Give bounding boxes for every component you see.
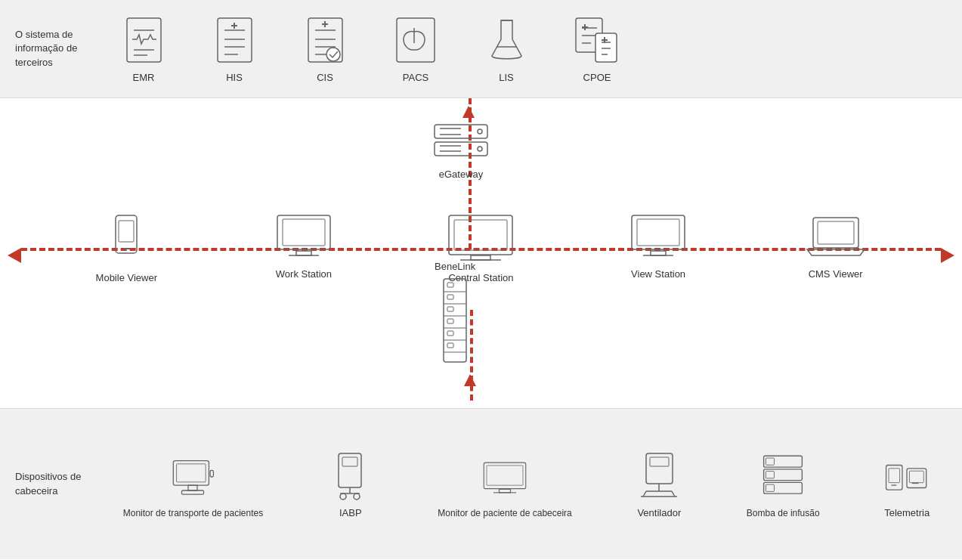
svg-rect-96 [764, 482, 803, 493]
svg-rect-98 [766, 471, 775, 478]
svg-rect-67 [447, 295, 453, 299]
svg-rect-101 [889, 468, 900, 482]
svg-rect-28 [595, 33, 617, 62]
svg-rect-34 [435, 125, 487, 138]
svg-rect-47 [296, 251, 311, 255]
svg-rect-54 [637, 219, 679, 246]
svg-rect-44 [119, 221, 134, 242]
pacs-icon-item: PACS [393, 14, 438, 83]
egateway-icon [431, 121, 491, 166]
view-station-icon [628, 212, 688, 264]
iabp-label: IABP [339, 507, 362, 518]
lis-icon [484, 14, 529, 67]
bedside-monitor-item: Monitor de paciente de cabeceira [438, 450, 571, 518]
cis-icon-item: CIS [302, 14, 348, 83]
egateway-node: eGateway [431, 121, 491, 180]
svg-rect-76 [211, 470, 214, 477]
svg-rect-53 [632, 215, 685, 249]
svg-rect-97 [766, 458, 775, 465]
svg-rect-75 [182, 490, 204, 494]
svg-rect-69 [447, 319, 453, 323]
v-arrow-bottom [464, 374, 476, 386]
infusion-pump-label: Bomba de infusão [747, 508, 820, 518]
svg-line-92 [672, 491, 675, 497]
work-station-icon [274, 212, 334, 264]
svg-rect-55 [651, 251, 666, 255]
benelink-icon [436, 275, 474, 369]
mobile-viewer-icon [110, 212, 144, 268]
svg-rect-94 [764, 456, 803, 467]
svg-rect-49 [449, 215, 512, 255]
svg-rect-104 [910, 471, 924, 482]
svg-rect-88 [650, 457, 669, 466]
svg-point-39 [478, 147, 482, 151]
svg-point-82 [354, 493, 360, 500]
emr-icon [121, 14, 166, 67]
svg-rect-51 [471, 255, 490, 260]
svg-rect-66 [447, 283, 453, 287]
cms-viewer-node: CMS Viewer [790, 212, 881, 280]
bottom-section: Dispositivos de cabeceira Monitor de tra… [0, 408, 962, 559]
bottom-icons: Monitor de transporte de pacientes IABP [106, 450, 947, 518]
cms-viewer-label: CMS Viewer [809, 268, 863, 280]
emr-label: EMR [133, 72, 155, 83]
svg-rect-70 [447, 331, 453, 336]
pacs-icon [393, 14, 438, 67]
svg-rect-68 [447, 307, 453, 311]
bedside-monitor-label: Monitor de paciente de cabeceira [438, 508, 571, 518]
svg-rect-84 [487, 466, 523, 485]
view-station-label: View Station [631, 268, 685, 280]
svg-rect-99 [766, 484, 775, 491]
svg-point-18 [326, 48, 340, 61]
svg-rect-71 [447, 343, 453, 348]
infusion-pump-icon [760, 450, 806, 503]
svg-rect-50 [454, 220, 507, 250]
lis-label: LIS [499, 72, 514, 83]
benelink-label: BeneLink [435, 261, 475, 272]
ventilator-label: Ventilador [637, 507, 681, 518]
infusion-pump-item: Bomba de infusão [747, 450, 820, 518]
svg-rect-19 [397, 18, 435, 62]
svg-rect-83 [484, 463, 526, 489]
pacs-label: PACS [403, 72, 428, 83]
svg-rect-78 [342, 457, 357, 466]
v-line-bottom [470, 310, 473, 401]
ventilator-icon [636, 450, 682, 503]
transport-monitor-item: Monitor de transporte de pacientes [123, 450, 263, 518]
middle-nodes: Mobile Viewer Work Station [0, 212, 962, 283]
cis-label: CIS [317, 72, 333, 83]
bedside-monitor-icon [482, 450, 527, 503]
svg-rect-57 [813, 218, 858, 248]
telemetry-icon [884, 450, 930, 503]
transport-monitor-icon [170, 450, 215, 503]
mobile-viewer-node: Mobile Viewer [81, 212, 172, 283]
svg-rect-45 [277, 215, 330, 249]
cms-viewer-icon [806, 212, 866, 264]
svg-rect-38 [435, 142, 487, 156]
middle-section: eGateway Mobile Viewer [0, 98, 962, 408]
svg-rect-85 [500, 489, 511, 493]
svg-rect-95 [764, 469, 803, 480]
top-section: O sistema de informação de terceiros EMR [0, 0, 962, 98]
mobile-viewer-label: Mobile Viewer [96, 272, 157, 283]
svg-rect-58 [818, 221, 854, 244]
svg-line-91 [643, 491, 646, 497]
view-station-node: View Station [613, 212, 704, 280]
his-icon [212, 14, 257, 67]
svg-rect-72 [174, 460, 209, 485]
work-station-node: Work Station [258, 212, 349, 280]
ventilator-item: Ventilador [636, 450, 682, 518]
lis-icon-item: LIS [484, 14, 529, 83]
third-party-label: O sistema de informação de terceiros [15, 28, 106, 70]
iabp-icon [328, 450, 373, 503]
svg-rect-73 [177, 463, 206, 481]
svg-rect-46 [283, 219, 325, 246]
his-icon-item: HIS [212, 14, 257, 83]
top-icons: EMR HIS [121, 14, 620, 83]
cpoe-label: CPOE [583, 72, 611, 83]
svg-point-81 [340, 493, 346, 500]
egateway-label: eGateway [439, 169, 484, 180]
telemetry-label: Telemetria [884, 507, 930, 518]
svg-rect-74 [188, 485, 197, 490]
cis-icon [302, 14, 348, 67]
